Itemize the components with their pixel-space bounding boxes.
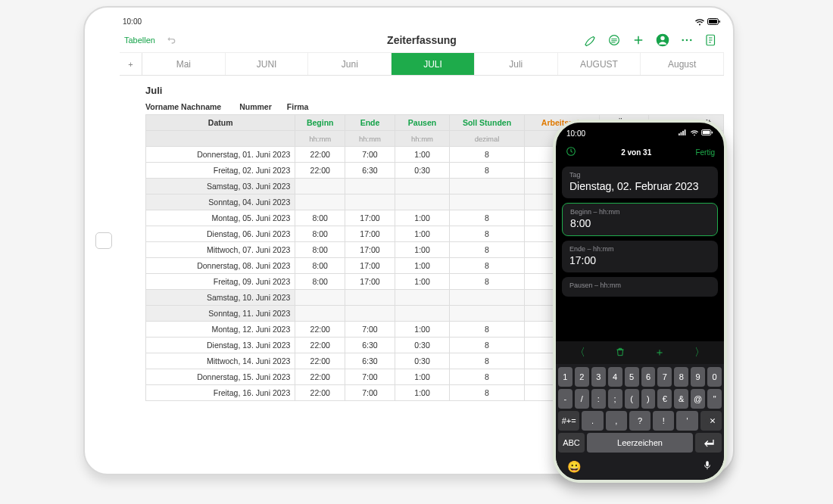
table-cell[interactable]: 8:00 — [295, 274, 345, 290]
col-pausen[interactable]: Pausen — [395, 115, 449, 131]
insert-icon[interactable] — [703, 32, 719, 48]
table-cell[interactable]: Freitag, 16. Juni 2023 — [146, 385, 295, 401]
table-cell[interactable]: 1:00 — [395, 369, 449, 385]
key[interactable]: 2 — [575, 367, 589, 387]
table-cell[interactable]: Mittwoch, 14. Juni 2023 — [146, 353, 295, 369]
table-cell[interactable] — [450, 179, 525, 194]
sheet-tab-juli[interactable]: JULI — [392, 53, 475, 75]
sheet-tab-mai[interactable]: Mai — [142, 53, 226, 75]
table-cell[interactable] — [345, 194, 395, 210]
add-icon[interactable] — [630, 32, 647, 48]
table-cell[interactable]: 1:00 — [395, 210, 449, 226]
table-cell[interactable] — [450, 306, 525, 322]
add-sheet-button[interactable]: + — [120, 53, 142, 75]
table-cell[interactable] — [395, 179, 449, 194]
table-cell[interactable]: Dienstag, 06. Juni 2023 — [146, 226, 295, 242]
table-cell[interactable] — [395, 290, 449, 306]
table-cell[interactable]: 17:00 — [345, 242, 395, 258]
done-button[interactable]: Fertig — [695, 148, 715, 157]
key[interactable]: #+= — [558, 411, 579, 431]
table-cell[interactable] — [395, 194, 449, 210]
toolbar-prev-icon[interactable]: 〈 — [575, 346, 585, 359]
col-soll[interactable]: Soll Stunden — [450, 115, 525, 131]
table-cell[interactable]: Sonntag, 11. Juni 2023 — [146, 306, 295, 322]
table-cell[interactable] — [295, 179, 345, 194]
sheet-tab-juni[interactable]: Juni — [308, 53, 392, 75]
table-cell[interactable]: 8 — [450, 353, 525, 369]
sheet-tab-juni[interactable]: JUNI — [226, 53, 309, 75]
table-cell[interactable]: Montag, 05. Juni 2023 — [146, 210, 295, 226]
table-cell[interactable]: 8 — [450, 369, 525, 385]
form-card[interactable]: Ende – hh:mm17:00 — [562, 241, 718, 272]
sheet-tab-august[interactable]: August — [641, 53, 724, 75]
key[interactable]: ( — [625, 389, 639, 409]
table-cell[interactable]: 0:30 — [395, 353, 449, 369]
table-cell[interactable]: 0:30 — [395, 163, 449, 179]
table-cell[interactable]: 1:00 — [395, 274, 449, 290]
table-cell[interactable]: 17:00 — [345, 210, 395, 226]
key[interactable]: 9 — [691, 367, 705, 387]
table-cell[interactable]: 1:00 — [395, 147, 449, 163]
table-cell[interactable]: 8 — [450, 385, 525, 401]
key[interactable]: : — [591, 389, 606, 409]
table-cell[interactable]: 8 — [450, 242, 525, 258]
key[interactable]: Leerzeichen — [587, 433, 693, 453]
table-cell[interactable]: 8 — [450, 226, 525, 242]
table-cell[interactable]: 8 — [450, 210, 525, 226]
toolbar-trash-icon[interactable] — [615, 347, 626, 359]
key[interactable]: ) — [641, 389, 656, 409]
table-cell[interactable]: 7:00 — [345, 385, 395, 401]
table-cell[interactable]: Sonntag, 04. Juni 2023 — [146, 194, 295, 210]
key[interactable]: / — [575, 389, 589, 409]
key[interactable]: 1 — [558, 367, 572, 387]
table-cell[interactable]: 7:00 — [345, 147, 395, 163]
table-cell[interactable]: Samstag, 10. Juni 2023 — [146, 290, 295, 306]
table-cell[interactable]: Donnerstag, 08. Juni 2023 — [146, 258, 295, 274]
table-cell[interactable]: 6:30 — [345, 338, 395, 353]
table-cell[interactable] — [345, 290, 395, 306]
sheet-tab-august[interactable]: AUGUST — [558, 53, 641, 75]
table-cell[interactable]: 17:00 — [345, 226, 395, 242]
key[interactable]: ' — [676, 411, 697, 431]
table-cell[interactable]: 22:00 — [295, 147, 345, 163]
table-cell[interactable]: 7:00 — [345, 322, 395, 338]
table-cell[interactable] — [345, 179, 395, 194]
table-cell[interactable] — [345, 306, 395, 322]
col-datum[interactable]: Datum — [146, 115, 295, 131]
table-cell[interactable]: Samstag, 03. Juni 2023 — [146, 179, 295, 194]
table-cell[interactable] — [295, 306, 345, 322]
table-cell[interactable]: 1:00 — [395, 385, 449, 401]
table-cell[interactable]: 0:30 — [395, 338, 449, 353]
table-cell[interactable] — [395, 306, 449, 322]
table-cell[interactable]: 8:00 — [295, 226, 345, 242]
form-card[interactable]: Beginn – hh:mm8:00 — [562, 203, 718, 236]
key[interactable]: & — [674, 389, 688, 409]
key[interactable]: , — [606, 411, 627, 431]
more-icon[interactable] — [679, 32, 695, 48]
nav-clock-icon[interactable] — [565, 145, 577, 159]
table-cell[interactable]: 8 — [450, 258, 525, 274]
table-cell[interactable]: 22:00 — [295, 385, 345, 401]
sheet-tab-juli[interactable]: Juli — [475, 53, 558, 75]
key[interactable]: ABC — [558, 433, 585, 453]
table-cell[interactable]: 1:00 — [395, 322, 449, 338]
table-cell[interactable]: 17:00 — [345, 274, 395, 290]
back-button[interactable]: Tabellen — [124, 36, 155, 45]
table-cell[interactable]: 7:00 — [345, 369, 395, 385]
table-cell[interactable]: 8:00 — [295, 210, 345, 226]
table-cell[interactable]: Donnerstag, 01. Juni 2023 — [146, 147, 295, 163]
key[interactable]: € — [657, 389, 672, 409]
key[interactable]: 6 — [641, 367, 656, 387]
table-cell[interactable]: 6:30 — [345, 163, 395, 179]
table-cell[interactable]: 8 — [450, 163, 525, 179]
table-cell[interactable]: 8:00 — [295, 242, 345, 258]
backspace-key[interactable] — [700, 411, 722, 431]
table-cell[interactable]: 8 — [450, 274, 525, 290]
table-cell[interactable]: 8 — [450, 322, 525, 338]
key[interactable]: " — [707, 389, 722, 409]
table-cell[interactable]: Freitag, 09. Juni 2023 — [146, 274, 295, 290]
table-cell[interactable]: 22:00 — [295, 369, 345, 385]
table-cell[interactable]: 8 — [450, 147, 525, 163]
key[interactable]: - — [558, 389, 572, 409]
key[interactable]: 8 — [674, 367, 688, 387]
